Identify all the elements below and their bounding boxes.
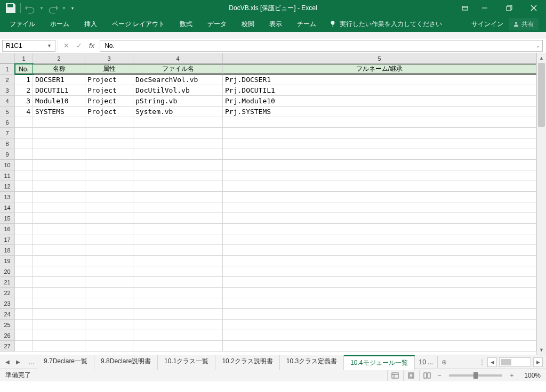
row-header[interactable]: 22 xyxy=(0,288,15,298)
row-header[interactable]: 24 xyxy=(0,309,15,320)
cell[interactable] xyxy=(133,160,223,170)
sheet-tab[interactable]: 10.2クラス説明書 xyxy=(215,355,279,370)
redo-icon[interactable] xyxy=(46,2,59,14)
cell[interactable] xyxy=(33,288,85,298)
row-header[interactable]: 5 xyxy=(0,107,15,117)
cell[interactable] xyxy=(85,181,133,192)
cell[interactable] xyxy=(223,298,536,309)
cell[interactable]: SYSTEMS xyxy=(33,107,85,117)
cell[interactable] xyxy=(85,234,133,245)
cell[interactable] xyxy=(133,117,223,128)
cell[interactable] xyxy=(223,266,536,277)
cell[interactable] xyxy=(223,309,536,320)
cell[interactable]: Project xyxy=(85,75,133,85)
cell[interactable]: Project xyxy=(85,107,133,117)
row-header[interactable]: 2 xyxy=(0,75,15,85)
cell[interactable] xyxy=(223,330,536,341)
cell[interactable]: 4 xyxy=(15,107,33,117)
row-header[interactable]: 25 xyxy=(0,320,15,330)
cell[interactable] xyxy=(15,160,33,170)
cell[interactable] xyxy=(133,266,223,277)
cell[interactable] xyxy=(223,202,536,213)
cell[interactable] xyxy=(33,149,85,160)
cell[interactable] xyxy=(33,256,85,266)
sheet-tab[interactable]: 10.3クラス定義書 xyxy=(280,355,344,370)
row-header[interactable]: 10 xyxy=(0,160,15,170)
col-header[interactable]: 2 xyxy=(33,53,85,63)
cell[interactable] xyxy=(133,128,223,138)
cell[interactable] xyxy=(33,117,85,128)
cell[interactable]: Module10 xyxy=(33,96,85,107)
sheet-tab[interactable]: 10.1クラス一覧 xyxy=(158,355,215,370)
cell[interactable] xyxy=(223,245,536,256)
cell[interactable] xyxy=(15,181,33,192)
cell[interactable] xyxy=(15,192,33,202)
row-header[interactable]: 4 xyxy=(0,96,15,107)
cell[interactable] xyxy=(223,341,536,352)
zoom-in-button[interactable]: + xyxy=(508,372,516,379)
save-icon[interactable] xyxy=(4,2,17,14)
cell[interactable] xyxy=(133,288,223,298)
cell[interactable] xyxy=(133,298,223,309)
tab-formulas[interactable]: 数式 xyxy=(172,16,200,32)
row-header[interactable]: 8 xyxy=(0,138,15,149)
cell[interactable]: 2 xyxy=(15,85,33,96)
row-header[interactable]: 9 xyxy=(0,149,15,160)
ribbon-display-icon[interactable] xyxy=(457,0,472,16)
cell[interactable] xyxy=(133,234,223,245)
cell[interactable] xyxy=(223,234,536,245)
cell[interactable] xyxy=(33,341,85,352)
cell[interactable] xyxy=(223,117,536,128)
tab-nav-next-icon[interactable]: ▶ xyxy=(14,358,22,366)
row-header[interactable]: 13 xyxy=(0,192,15,202)
cell[interactable] xyxy=(85,266,133,277)
row-header[interactable]: 6 xyxy=(0,117,15,128)
cell[interactable] xyxy=(85,224,133,234)
cell[interactable] xyxy=(15,245,33,256)
cell[interactable] xyxy=(133,213,223,224)
scroll-down-icon[interactable]: ▼ xyxy=(537,345,546,355)
cell[interactable]: Prj.DOCUTIL1 xyxy=(223,85,536,96)
formula-input[interactable]: No. ⌄ xyxy=(100,40,543,52)
zoom-out-button[interactable]: − xyxy=(435,372,444,379)
cell[interactable] xyxy=(15,234,33,245)
cell[interactable] xyxy=(15,277,33,288)
cell[interactable]: DocSearchVol.vb xyxy=(133,75,223,85)
cell[interactable] xyxy=(223,149,536,160)
sheet-tab[interactable]: 9.7Declare一覧 xyxy=(37,355,94,370)
cell[interactable] xyxy=(33,330,85,341)
tab-split-icon[interactable]: ⋮ xyxy=(479,358,485,366)
tab-insert[interactable]: 挿入 xyxy=(77,16,105,32)
col-header[interactable]: 1 xyxy=(15,53,33,63)
cell[interactable] xyxy=(15,202,33,213)
restore-button[interactable] xyxy=(497,0,521,16)
row-header[interactable]: 23 xyxy=(0,298,15,309)
cell[interactable] xyxy=(133,138,223,149)
expand-icon[interactable]: ⌄ xyxy=(536,43,540,48)
cell[interactable] xyxy=(133,149,223,160)
row-header[interactable]: 20 xyxy=(0,266,15,277)
cell[interactable] xyxy=(133,245,223,256)
dropdown-icon[interactable]: ▼ xyxy=(47,43,52,48)
cell[interactable] xyxy=(15,256,33,266)
tab-overflow-right[interactable]: 10 ... xyxy=(415,356,438,368)
cancel-icon[interactable]: ✕ xyxy=(60,40,72,52)
sheet-tab[interactable]: 10.4モジュール一覧 xyxy=(344,355,414,370)
header-cell[interactable]: ファイル名 xyxy=(133,64,223,75)
enter-icon[interactable]: ✓ xyxy=(73,40,85,52)
cell[interactable] xyxy=(223,128,536,138)
cell[interactable] xyxy=(33,309,85,320)
cell[interactable] xyxy=(133,320,223,330)
select-all-corner[interactable] xyxy=(0,53,15,63)
cell[interactable] xyxy=(85,170,133,181)
cell[interactable] xyxy=(15,170,33,181)
cell[interactable]: 1 xyxy=(15,75,33,85)
row-header[interactable]: 17 xyxy=(0,234,15,245)
cell[interactable] xyxy=(85,256,133,266)
cell[interactable] xyxy=(33,234,85,245)
cell[interactable] xyxy=(133,192,223,202)
cell[interactable] xyxy=(33,170,85,181)
cell[interactable] xyxy=(33,192,85,202)
cell[interactable] xyxy=(223,320,536,330)
cell[interactable] xyxy=(85,138,133,149)
